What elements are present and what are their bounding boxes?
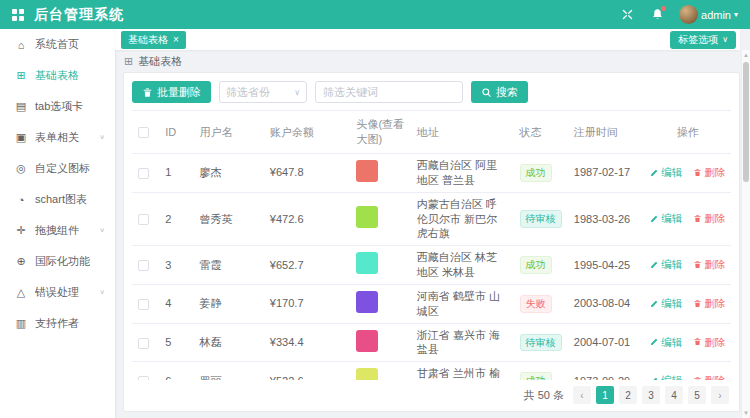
sidebar-item[interactable]: ▣ 表单相关 ∨: [0, 122, 115, 153]
cell-balance: ¥522.6: [264, 362, 351, 380]
sidebar-item[interactable]: ✛ 拖拽组件 ∨: [0, 215, 115, 246]
sidebar-item-label: 表单相关: [35, 130, 99, 145]
delete-button[interactable]: 删除: [693, 165, 725, 179]
status-badge: 待审核: [520, 210, 562, 228]
sidebar-item-icon: ▣: [14, 131, 28, 144]
sidebar-item-label: 国际化功能: [35, 254, 105, 269]
scroll-down-icon[interactable]: ▼: [743, 408, 749, 418]
cell-username: 廖杰: [193, 154, 263, 193]
sidebar-item[interactable]: ⊕ 国际化功能: [0, 246, 115, 277]
sidebar: ⌂ 系统首页 ⊞ 基础表格 ▤ tab选项卡 ▣: [0, 29, 115, 418]
sidebar-item-icon: ⌂: [14, 39, 28, 51]
edit-button[interactable]: 编辑: [650, 165, 682, 179]
edit-button[interactable]: 编辑: [650, 296, 682, 310]
batch-delete-button[interactable]: 批量删除: [132, 81, 211, 103]
menu-grid-icon[interactable]: [12, 9, 24, 21]
tab-options-button[interactable]: 标签选项 ∨: [670, 31, 736, 49]
sidebar-item[interactable]: ◔ schart图表: [0, 184, 115, 215]
cell-address: 西藏自治区 林芝地区 米林县: [411, 246, 514, 285]
row-checkbox[interactable]: [138, 168, 149, 179]
sidebar-item-icon: ▥: [14, 317, 28, 330]
cell-address: 浙江省 嘉兴市 海盐县: [411, 323, 514, 362]
table-row: 2 曾秀英 ¥472.6 内蒙古自治区 呼伦贝尔市 新巴尔虎右旗 待审核 198…: [132, 192, 731, 246]
search-button[interactable]: 搜索: [471, 81, 528, 103]
sidebar-item[interactable]: ⊞ 基础表格: [0, 60, 115, 91]
avatar-image[interactable]: [356, 252, 378, 274]
chevron-down-icon: ▾: [734, 10, 738, 19]
page-number-button[interactable]: 1: [596, 386, 614, 404]
sidebar-item[interactable]: △ 错误处理 ∨: [0, 277, 115, 308]
status-badge: 成功: [520, 256, 552, 274]
cell-balance: ¥652.7: [264, 246, 351, 285]
avatar-image[interactable]: [356, 330, 378, 352]
avatar-image[interactable]: [356, 368, 378, 380]
sidebar-item-icon: △: [14, 286, 28, 299]
sidebar-item-label: 系统首页: [35, 37, 105, 52]
notification-dot: [661, 6, 666, 11]
delete-button[interactable]: 删除: [693, 335, 725, 349]
scrollbar-track[interactable]: [742, 60, 750, 408]
sidebar-item[interactable]: ◎ 自定义图标: [0, 153, 115, 184]
edit-button[interactable]: 编辑: [650, 211, 682, 225]
page-number-button[interactable]: 2: [619, 386, 637, 404]
tab-label: 基础表格: [128, 33, 168, 47]
delete-button[interactable]: 删除: [693, 211, 725, 225]
province-filter-select[interactable]: 筛选省份 ∨: [219, 81, 307, 103]
edit-button[interactable]: 编辑: [650, 335, 682, 349]
cell-id: 6: [159, 362, 193, 380]
sidebar-item-icon: ✛: [14, 224, 28, 237]
row-checkbox[interactable]: [138, 338, 149, 349]
pagination: 共 50 条 ‹ 12345 ›: [124, 380, 739, 411]
status-badge: 待审核: [520, 334, 562, 352]
vertical-scrollbar[interactable]: ▲ ▼: [741, 50, 750, 418]
page-number-button[interactable]: 4: [665, 386, 683, 404]
table-row: 1 廖杰 ¥647.8 西藏自治区 阿里地区 普兰县 成功 1987-02-17: [132, 154, 731, 193]
page-number-button[interactable]: 3: [642, 386, 660, 404]
delete-button[interactable]: 删除: [693, 257, 725, 271]
cell-date: 1995-04-25: [568, 246, 645, 285]
tab-basic-table[interactable]: 基础表格 ×: [121, 31, 186, 49]
keyword-search-input[interactable]: [315, 81, 463, 103]
bell-icon[interactable]: [649, 7, 665, 23]
scroll-up-icon[interactable]: ▲: [743, 50, 749, 60]
avatar-image[interactable]: [356, 160, 378, 182]
sidebar-item-icon: ⊕: [14, 255, 28, 268]
row-checkbox[interactable]: [138, 260, 149, 271]
edit-button[interactable]: 编辑: [650, 373, 682, 380]
delete-button[interactable]: 删除: [693, 373, 725, 380]
sidebar-item-label: 基础表格: [35, 68, 105, 83]
sidebar-item[interactable]: ⌂ 系统首页: [0, 29, 115, 60]
cell-balance: ¥472.6: [264, 192, 351, 246]
row-checkbox[interactable]: [138, 214, 149, 225]
app-window: 后台管理系统 admin ▾ ⌂ 系统首页: [0, 0, 750, 418]
delete-button[interactable]: 删除: [693, 296, 725, 310]
row-checkbox[interactable]: [138, 299, 149, 310]
avatar-image[interactable]: [356, 206, 378, 228]
chevron-down-icon: ∨: [99, 227, 105, 234]
next-page-button[interactable]: ›: [711, 386, 729, 404]
toolbar: 批量删除 筛选省份 ∨ 搜索: [124, 73, 739, 110]
avatar-image[interactable]: [356, 291, 378, 313]
col-header-ops: 操作: [644, 111, 731, 154]
close-icon[interactable]: ×: [173, 35, 179, 45]
select-all-checkbox[interactable]: [138, 127, 149, 138]
col-header-status: 状态: [514, 111, 568, 154]
fullscreen-icon[interactable]: [619, 7, 635, 23]
prev-page-button[interactable]: ‹: [573, 386, 591, 404]
data-table-wrapper: ID 用户名 账户余额 头像(查看大图) 地址 状态 注册时间 操作: [124, 110, 739, 380]
scrollbar-thumb[interactable]: [743, 62, 749, 182]
sidebar-item[interactable]: ▥ 支持作者: [0, 308, 115, 339]
breadcrumb-label: 基础表格: [138, 54, 182, 69]
user-avatar: [679, 5, 698, 24]
user-menu[interactable]: admin ▾: [679, 5, 738, 24]
cell-id: 2: [159, 192, 193, 246]
page-number-button[interactable]: 5: [688, 386, 706, 404]
cell-username: 林磊: [193, 323, 263, 362]
cell-id: 4: [159, 284, 193, 323]
select-placeholder: 筛选省份: [226, 85, 294, 100]
sidebar-item[interactable]: ▤ tab选项卡: [0, 91, 115, 122]
table-header-row: ID 用户名 账户余额 头像(查看大图) 地址 状态 注册时间 操作: [132, 111, 731, 154]
cell-address: 甘肃省 兰州市 榆中县: [411, 362, 514, 380]
sidebar-item-icon: ◔: [14, 194, 28, 206]
edit-button[interactable]: 编辑: [650, 257, 682, 271]
